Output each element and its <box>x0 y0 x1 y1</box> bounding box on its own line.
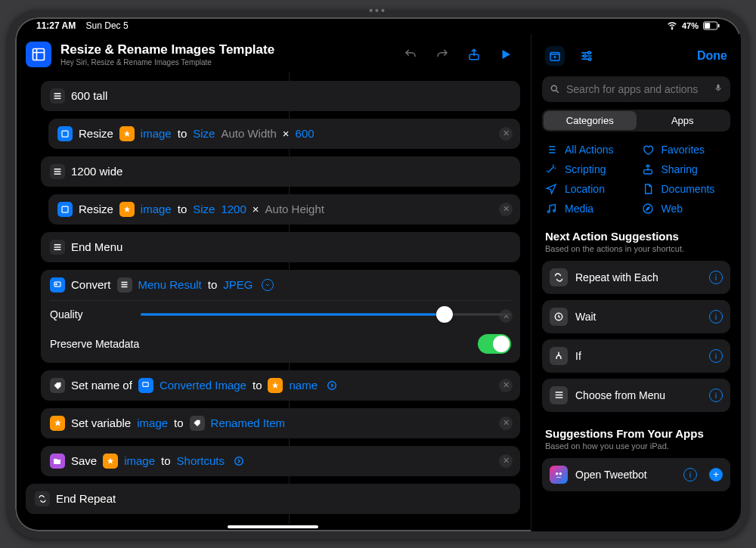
delete-action-button[interactable]: ✕ <box>499 379 513 392</box>
info-button[interactable]: i <box>709 389 723 402</box>
home-indicator[interactable] <box>228 525 318 528</box>
info-button[interactable]: i <box>683 468 697 481</box>
sidebar-header: Done <box>531 34 741 73</box>
set-name-action[interactable]: Set name of Converted Image to name ✕ <box>41 370 520 401</box>
auto-height-placeholder[interactable]: Auto Height <box>265 203 324 215</box>
height-600[interactable]: 600 <box>296 127 314 140</box>
end-repeat-action[interactable]: End Repeat <box>26 484 520 514</box>
expand-arrow-icon[interactable] <box>327 380 337 391</box>
document-icon <box>642 183 654 195</box>
shortcut-subtitle: Hey Siri, Resize & Rename Images Templat… <box>60 58 390 67</box>
clock-icon <box>550 308 568 326</box>
undo-button[interactable] <box>399 43 422 66</box>
cat-documents[interactable]: Documents <box>642 183 728 195</box>
times-sign: × <box>253 203 259 215</box>
tag-icon <box>50 378 65 393</box>
resize-icon <box>57 202 73 217</box>
image-var-name[interactable]: image <box>137 416 168 429</box>
search-field[interactable] <box>542 76 730 102</box>
cat-media[interactable]: Media <box>545 203 631 215</box>
delete-action-button[interactable]: ✕ <box>499 127 513 141</box>
cat-favorites[interactable]: Favorites <box>642 144 728 156</box>
dictation-icon[interactable] <box>714 82 723 97</box>
redo-button[interactable] <box>431 43 454 66</box>
next-suggestions-subtitle: Based on the actions in your shortcut. <box>531 244 741 261</box>
seg-apps[interactable]: Apps <box>637 111 730 130</box>
name-token[interactable]: name <box>289 379 318 392</box>
suggestion-if[interactable]: If i <box>542 339 730 373</box>
cat-web[interactable]: Web <box>642 203 728 215</box>
end-repeat-label: End Repeat <box>56 492 116 505</box>
svg-rect-10 <box>54 169 61 170</box>
end-menu-label: End Menu <box>71 240 122 253</box>
cat-sharing[interactable]: Sharing <box>642 163 728 175</box>
width-1200[interactable]: 1200 <box>221 203 246 215</box>
converted-image-token[interactable]: Converted Image <box>160 379 246 392</box>
resize-label: Resize <box>79 127 113 140</box>
multitask-dots-icon[interactable]: ••• <box>369 10 387 17</box>
svg-point-29 <box>551 85 556 91</box>
to-word: to <box>178 203 187 215</box>
suggestion-open-tweetbot[interactable]: Open Tweetbot i + <box>542 458 730 491</box>
add-action-button[interactable] <box>545 46 565 66</box>
to-word: to <box>208 278 218 291</box>
info-button[interactable]: i <box>709 271 723 284</box>
menu-item-600[interactable]: 600 tall <box>41 81 520 111</box>
delete-action-button[interactable]: ✕ <box>499 203 513 216</box>
repeat-icon <box>35 491 50 506</box>
seg-categories[interactable]: Categories <box>544 111 637 130</box>
svg-point-26 <box>588 51 590 54</box>
share-button[interactable] <box>463 43 485 66</box>
suggestion-repeat-each[interactable]: Repeat with Each i <box>542 261 730 294</box>
battery-pct: 47% <box>682 21 699 30</box>
size-word[interactable]: Size <box>193 203 215 215</box>
end-menu-action[interactable]: End Menu <box>41 232 520 262</box>
quality-slider[interactable] <box>141 307 511 322</box>
variable-icon <box>119 126 135 141</box>
suggestion-choose-menu[interactable]: Choose from Menu i <box>542 379 730 412</box>
search-input[interactable] <box>566 83 708 95</box>
settings-button[interactable] <box>577 46 596 66</box>
svg-point-34 <box>643 204 652 213</box>
convert-row[interactable]: Convert Menu Result to JPEG ✕ <box>41 270 520 300</box>
svg-rect-6 <box>54 93 61 94</box>
jpeg-token[interactable]: JPEG <box>223 278 253 291</box>
image-token[interactable]: image <box>124 454 155 467</box>
collapse-arrow-icon[interactable] <box>262 279 274 291</box>
auto-width-placeholder[interactable]: Auto Width <box>221 127 276 140</box>
svg-rect-38 <box>555 397 562 398</box>
image-token[interactable]: image <box>141 203 172 215</box>
status-right: 47% <box>667 20 720 30</box>
suggestion-wait[interactable]: Wait i <box>542 300 730 333</box>
set-variable-label: Set variable <box>71 416 131 429</box>
resize-1200-action[interactable]: Resize image to Size 1200 × Auto Height … <box>48 194 520 224</box>
cat-all-actions[interactable]: All Actions <box>545 144 631 156</box>
set-variable-action[interactable]: Set variable image to Renamed Item ✕ <box>41 408 520 438</box>
add-suggestion-button[interactable]: + <box>709 468 723 481</box>
info-button[interactable]: i <box>709 310 723 324</box>
save-file-action[interactable]: Save image to Shortcuts ✕ <box>41 446 520 476</box>
preserve-metadata-toggle[interactable] <box>478 334 511 354</box>
shortcuts-folder[interactable]: Shortcuts <box>177 454 225 467</box>
delete-action-button[interactable]: ✕ <box>499 416 513 430</box>
renamed-item-token[interactable]: Renamed Item <box>211 416 285 429</box>
run-button[interactable] <box>494 43 517 66</box>
svg-point-27 <box>584 54 586 57</box>
cat-location[interactable]: Location <box>545 183 631 195</box>
menu-result-token[interactable]: Menu Result <box>138 278 202 291</box>
to-word: to <box>161 454 171 467</box>
preserve-metadata-row: Preserve Metadata <box>41 328 520 363</box>
cat-scripting[interactable]: Scripting <box>545 163 631 175</box>
info-button[interactable]: i <box>709 349 723 363</box>
menu-item-1200[interactable]: 1200 wide <box>41 156 520 187</box>
size-word[interactable]: Size <box>193 127 215 140</box>
resize-600-action[interactable]: Resize image to Size Auto Width × 600 ✕ <box>48 119 520 149</box>
svg-rect-16 <box>54 249 61 250</box>
done-button[interactable]: Done <box>697 49 727 63</box>
image-token[interactable]: image <box>141 127 172 140</box>
to-word: to <box>174 416 184 429</box>
convert-action-block: Convert Menu Result to JPEG ✕ <box>41 270 520 363</box>
delete-action-button[interactable]: ✕ <box>499 454 513 468</box>
resize-label: Resize <box>79 203 113 215</box>
expand-arrow-icon[interactable] <box>234 456 244 466</box>
